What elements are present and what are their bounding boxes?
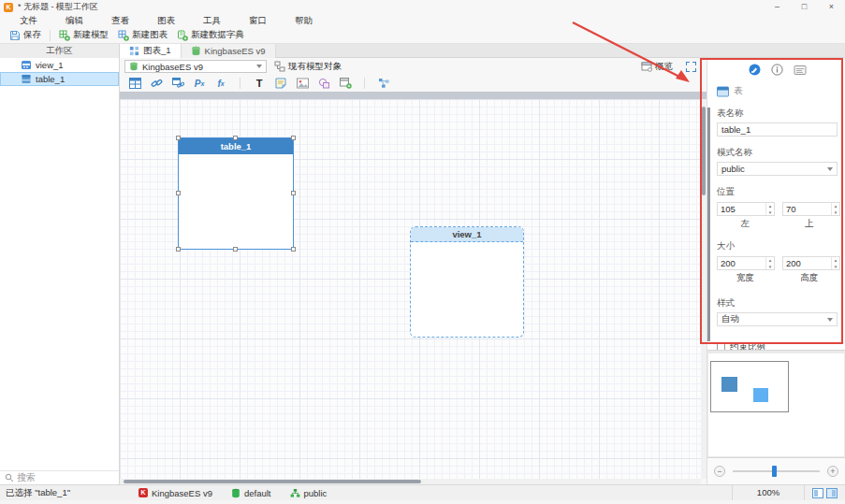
- scrollbar-thumb[interactable]: [702, 107, 706, 195]
- maximize-button[interactable]: □: [791, 0, 818, 14]
- tab-diagram[interactable]: 图表_1: [120, 44, 181, 58]
- add-object-button[interactable]: [339, 77, 352, 90]
- toggle-right-panel-button[interactable]: [826, 488, 838, 498]
- position-left-input[interactable]: [718, 203, 765, 215]
- menu-diagram[interactable]: 图表: [143, 14, 189, 27]
- auto-layout-button[interactable]: [377, 77, 390, 90]
- minimap-viewport[interactable]: [710, 361, 789, 412]
- fullscreen-icon[interactable]: [686, 62, 696, 72]
- menu-tools[interactable]: 工具: [189, 14, 235, 27]
- insert-table-relation-button[interactable]: [171, 77, 184, 90]
- spin-down-icon[interactable]: ▾: [832, 264, 839, 270]
- ddl-icon[interactable]: [794, 65, 807, 76]
- position-top-stepper[interactable]: ▴▾: [782, 202, 840, 216]
- insert-note-button[interactable]: [274, 77, 287, 90]
- scrollbar-thumb[interactable]: [124, 480, 421, 483]
- zoom-slider-thumb[interactable]: [772, 466, 777, 477]
- menu-edit[interactable]: 编辑: [51, 14, 97, 27]
- position-section-label: 位置: [717, 186, 838, 198]
- minimize-button[interactable]: –: [764, 0, 791, 14]
- selection-handle[interactable]: [233, 247, 238, 252]
- status-schema[interactable]: public: [290, 488, 328, 498]
- close-button[interactable]: ×: [818, 0, 845, 14]
- stepper-buttons[interactable]: ▴▾: [765, 203, 774, 215]
- constrain-ratio-checkbox[interactable]: [717, 343, 725, 350]
- constrain-ratio-label: 约束比例: [730, 341, 765, 350]
- spin-down-icon[interactable]: ▾: [832, 209, 839, 216]
- insert-table-button[interactable]: [128, 77, 141, 90]
- selection-handle[interactable]: [176, 136, 181, 140]
- position-left-stepper[interactable]: ▴▾: [717, 202, 775, 216]
- table-name-input[interactable]: [717, 122, 838, 137]
- style-select[interactable]: 自动: [717, 312, 838, 326]
- canvas-shape-table-1[interactable]: table_1: [178, 137, 294, 250]
- sidebar-item-view-1[interactable]: view_1: [0, 58, 119, 72]
- status-bar: 已选择 "table_1" K KingbaseES v9 default pu…: [0, 484, 845, 500]
- new-model-button[interactable]: 新建模型: [54, 28, 113, 42]
- new-diagram-button[interactable]: 新建图表: [113, 28, 172, 42]
- canvas-top-scrollbar[interactable]: [120, 92, 707, 99]
- format-icon[interactable]: [749, 64, 761, 76]
- save-label: 保存: [23, 29, 41, 41]
- insert-procedure-button[interactable]: Px: [193, 77, 206, 90]
- spin-down-icon[interactable]: ▾: [766, 264, 774, 270]
- insert-shape-button[interactable]: [317, 77, 330, 90]
- selection-handle[interactable]: [291, 247, 296, 252]
- tab-strip: 工作区 图表_1 KingbaseES v9: [0, 44, 845, 58]
- info-icon[interactable]: [771, 64, 783, 76]
- constrain-ratio-checkbox-row[interactable]: 约束比例: [717, 341, 838, 350]
- stepper-buttons[interactable]: ▴▾: [831, 257, 839, 269]
- menu-help[interactable]: 帮助: [281, 14, 327, 27]
- zoom-in-button[interactable]: +: [827, 466, 838, 477]
- overview-button[interactable]: 概览: [641, 61, 673, 73]
- style-section-label: 样式: [717, 297, 838, 310]
- spin-down-icon[interactable]: ▾: [766, 209, 774, 216]
- save-button[interactable]: 保存: [5, 28, 46, 42]
- panel-scrollbar-thumb[interactable]: [707, 108, 710, 341]
- zoom-out-button[interactable]: −: [714, 466, 725, 477]
- tab-workspace[interactable]: 工作区: [0, 44, 120, 58]
- status-database[interactable]: default: [231, 488, 271, 498]
- sidebar-item-table-1[interactable]: table_1: [0, 72, 119, 86]
- position-top-input[interactable]: [783, 203, 831, 215]
- minimap[interactable]: [708, 353, 844, 456]
- height-input[interactable]: [783, 257, 831, 269]
- menu-file[interactable]: 文件: [6, 14, 51, 27]
- selection-handle[interactable]: [233, 136, 238, 140]
- table-icon: [717, 86, 729, 97]
- style-select-value: 自动: [721, 313, 739, 325]
- diagram-canvas[interactable]: table_1 view_1: [120, 99, 701, 479]
- zoom-slider[interactable]: [733, 470, 820, 472]
- position-left-caption: 左: [717, 218, 774, 230]
- tab-model[interactable]: KingbaseES v9: [181, 44, 276, 58]
- selection-handle[interactable]: [291, 191, 296, 195]
- selection-handle[interactable]: [176, 247, 181, 252]
- menu-window[interactable]: 窗口: [235, 14, 281, 27]
- stepper-buttons[interactable]: ▴▾: [831, 203, 839, 215]
- status-db-name: KingbaseES v9: [152, 488, 212, 498]
- new-data-dict-button[interactable]: 新建数据字典: [172, 28, 249, 42]
- stepper-buttons[interactable]: ▴▾: [765, 257, 774, 269]
- width-input[interactable]: [718, 257, 765, 269]
- canvas-shape-view-1[interactable]: view_1: [410, 226, 524, 338]
- selection-handle[interactable]: [176, 191, 181, 195]
- height-stepper[interactable]: ▴▾: [782, 256, 840, 270]
- menu-view[interactable]: 查看: [97, 14, 143, 27]
- status-db-connection[interactable]: K KingbaseES v9: [138, 488, 212, 498]
- insert-relation-button[interactable]: [150, 77, 163, 90]
- sidebar-search[interactable]: 搜索: [0, 470, 119, 484]
- size-section-label: 大小: [717, 240, 838, 252]
- toggle-left-panel-button[interactable]: [812, 488, 823, 498]
- kingbase-status-icon: K: [138, 488, 148, 497]
- selection-handle[interactable]: [291, 136, 296, 140]
- schema-select[interactable]: public: [717, 162, 838, 176]
- insert-text-button[interactable]: T: [253, 77, 266, 90]
- panel-toggles: [805, 488, 845, 498]
- width-stepper[interactable]: ▴▾: [717, 256, 775, 270]
- tab-model-label: KingbaseES v9: [205, 46, 266, 56]
- insert-function-button[interactable]: fx: [214, 77, 227, 90]
- existing-objects-button[interactable]: 现有模型对象: [274, 61, 342, 73]
- model-selector-dropdown[interactable]: KingbaseES v9: [124, 60, 267, 73]
- insert-image-button[interactable]: [296, 77, 309, 90]
- sidebar-item-label: view_1: [36, 60, 64, 70]
